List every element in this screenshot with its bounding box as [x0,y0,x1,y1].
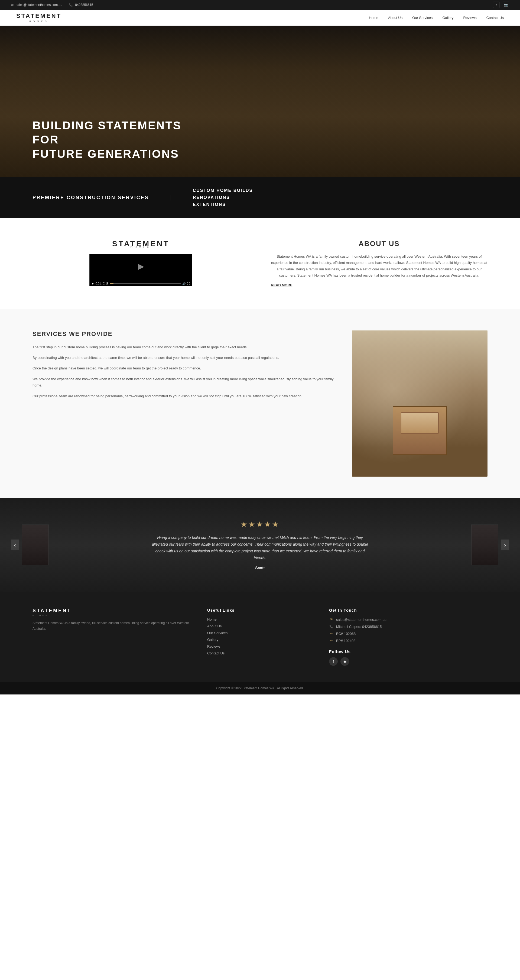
services-para-5: Our professional team are renowned for b… [32,393,336,399]
hero-content: BUILDING STATEMENTS FOR FUTURE GENERATIO… [32,119,195,161]
footer: STATEMENT HOMES Statement Homes WA is a … [0,592,520,682]
footer-useful-links: Useful Links Home About Us Our Services … [207,608,313,658]
volume-icon[interactable]: 🔊 [182,282,185,285]
services-heading: SERVICES WE PROVIDE [32,331,336,337]
video-controls: ▶ 0:01 / 2:19 🔊 ⛶ [89,281,192,286]
footer-contact: Get In Touch ✉ sales@statementhomes.com.… [329,608,488,666]
progress-fill [110,283,113,284]
reviewer-name: Scott [152,566,368,570]
facebook-icon[interactable]: f [493,2,499,8]
services-banner: PREMIERE CONSTRUCTION SERVICES CUSTOM HO… [0,177,520,218]
nav-home[interactable]: Home [369,16,378,20]
top-bar: ✉ sales@statementhomes.com.au 📞 04238566… [0,0,520,10]
fullscreen-icon[interactable]: ⛶ [187,282,190,285]
services-provide-section: SERVICES WE PROVIDE The first step in ou… [0,309,520,498]
copyright-bar: Copyright © 2022 Statement Homes WA . Al… [0,682,520,694]
read-more-link[interactable]: READ MORE [271,283,488,287]
about-left: STATEMENT HOMES ▶ ▶ 0:01 / 2:19 🔊 ⛶ [32,240,249,286]
progress-bar[interactable] [110,283,181,284]
contact-email-icon: ✉ [329,617,333,622]
footer-link-reviews[interactable]: Reviews [207,644,313,649]
nav-gallery[interactable]: Gallery [442,16,453,20]
contact-bc: ✏ BC# 102068 [329,632,488,636]
carousel-next-button[interactable]: › [501,540,509,550]
services-para-2: By coordinating with you and the archite… [32,355,336,361]
logo-text: STATEMENT [16,13,62,19]
about-heading: ABOUT US [271,240,488,248]
top-bar-social: f 📷 [493,2,509,8]
reviews-section: ‹ ★★★★★ Hiring a company to build our dr… [0,498,520,592]
footer-instagram-icon[interactable]: ◉ [340,657,349,666]
header: STATEMENT HOMES Home About Us Our Servic… [0,10,520,26]
footer-link-services[interactable]: Our Services [207,631,313,635]
play-button[interactable]: ▶ [92,282,94,285]
nav-reviews[interactable]: Reviews [463,16,477,20]
email-contact: ✉ sales@statementhomes.com.au [11,3,62,7]
footer-brand: STATEMENT HOMES Statement Homes WA is a … [32,608,191,632]
footer-logo-text: STATEMENT [32,608,191,614]
services-para-4: We provide the experience and know how w… [32,376,336,389]
services-list: CUSTOM HOME BUILDS RENOVATIONS EXTENTION… [193,188,253,207]
side-poster-left [22,525,49,565]
about-right: ABOUT US Statement Homes WA is a family … [271,240,488,287]
services-image [352,331,488,477]
review-stars: ★★★★★ [152,520,368,529]
carousel-prev-button[interactable]: ‹ [11,540,19,550]
footer-desc: Statement Homes WA is a family owned, fu… [32,620,191,632]
footer-facebook-icon[interactable]: f [329,657,338,666]
video-player[interactable]: ▶ ▶ 0:01 / 2:19 🔊 ⛶ [89,254,192,286]
contact-email: ✉ sales@statementhomes.com.au [329,617,488,622]
reviews-side-right [471,498,498,592]
footer-link-home[interactable]: Home [207,617,313,621]
main-nav: Home About Us Our Services Gallery Revie… [369,16,504,20]
email-icon: ✉ [11,3,14,7]
get-in-touch-heading: Get In Touch [329,608,488,612]
nav-contact[interactable]: Contact Us [487,16,504,20]
phone-icon: 📞 [69,3,73,7]
phone-contact: 📞 0423856615 [69,3,93,7]
footer-link-contact[interactable]: Contact Us [207,651,313,655]
footer-link-gallery[interactable]: Gallery [207,638,313,642]
instagram-icon[interactable]: 📷 [502,2,509,8]
contact-phone-icon: 📞 [329,624,333,629]
logo-sub: HOMES [29,20,49,23]
about-section: STATEMENT HOMES ▶ ▶ 0:01 / 2:19 🔊 ⛶ ABOU… [0,218,520,309]
useful-links-heading: Useful Links [207,608,313,612]
about-body-text: Statement Homes WA is a family owned cus… [271,253,488,279]
hero-title: BUILDING STATEMENTS FOR FUTURE GENERATIO… [32,119,195,161]
about-logo: STATEMENT HOMES [112,240,169,248]
contact-bp-icon: ✏ [329,638,333,643]
social-icons: f ◉ [329,657,488,666]
contact-bc-icon: ✏ [329,632,333,636]
nav-about[interactable]: About Us [388,16,402,20]
video-time: 0:01 / 2:19 [96,282,108,285]
vanity [393,406,447,455]
service-item-3: EXTENTIONS [193,202,253,207]
hero-section: BUILDING STATEMENTS FOR FUTURE GENERATIO… [0,26,520,177]
contact-phone: 📞 Mitchell Culpers 0423856615 [329,624,488,629]
copyright-text: Copyright © 2022 Statement Homes WA . Al… [216,686,304,690]
service-item-2: RENOVATIONS [193,195,253,200]
reviews-content: ★★★★★ Hiring a company to build our drea… [152,520,368,570]
services-para-1: The first step in our custom home buildi… [32,344,336,350]
contact-bp: ✏ BP# 102403 [329,638,488,643]
services-text: SERVICES WE PROVIDE The first step in ou… [32,331,336,404]
service-item-1: CUSTOM HOME BUILDS [193,188,253,193]
top-bar-contact: ✉ sales@statementhomes.com.au 📞 04238566… [11,3,93,7]
review-text: Hiring a company to build our dream home… [152,534,368,562]
premiere-label: PREMIERE CONSTRUCTION SERVICES [32,195,171,200]
reviews-side-left [22,498,49,592]
side-poster-right [471,525,498,565]
logo: STATEMENT HOMES [16,13,62,23]
footer-logo-sub: HOMES [32,614,191,617]
follow-us-heading: Follow Us [329,649,488,654]
nav-services[interactable]: Our Services [412,16,432,20]
footer-link-about[interactable]: About Us [207,624,313,628]
services-para-3: Once the design plans have been settled,… [32,365,336,371]
sink [401,412,439,434]
